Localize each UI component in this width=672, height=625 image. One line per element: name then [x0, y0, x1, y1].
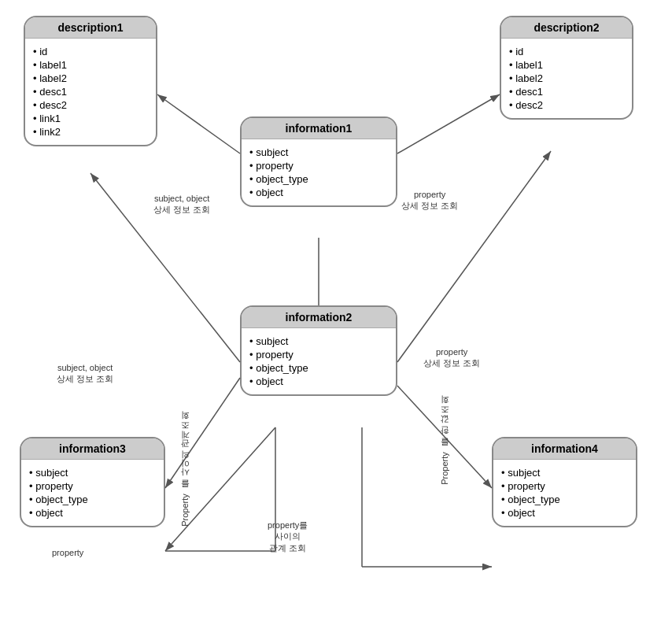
arrow-label-1: subject, object 상세 정보 조회: [153, 193, 210, 216]
list-item: id: [509, 45, 621, 58]
list-item: id: [33, 45, 145, 58]
svg-line-5: [397, 151, 551, 362]
box-information4-header: information4: [493, 438, 636, 460]
list-item: object: [249, 375, 385, 388]
list-item: subject: [249, 335, 385, 348]
list-item: desc2: [509, 98, 621, 112]
list-item: label2: [33, 72, 145, 85]
list-item: subject: [501, 466, 625, 479]
list-item: desc2: [33, 98, 145, 112]
list-item: object: [29, 506, 153, 520]
list-item: property: [249, 159, 385, 172]
box-information1-header: information1: [242, 118, 396, 139]
diagram-container: description1 id label1 label2 desc1 desc…: [0, 0, 672, 625]
list-item: object: [501, 506, 625, 520]
box-information1-body: subject property object_type object: [242, 139, 396, 205]
box-information4: information4 subject property object_typ…: [492, 437, 637, 527]
arrow-label-4: property 상세 정보 조회: [423, 346, 480, 369]
box-description2: description2 id label1 label2 desc1 desc…: [500, 16, 633, 120]
box-information2-header: information2: [242, 307, 396, 328]
list-item: object_type: [249, 361, 385, 375]
box-description1-body: id label1 label2 desc1 desc2 link1 link2: [25, 39, 156, 145]
list-item: property: [29, 479, 153, 493]
arrow-label-3: subject, object 상세 정보 조회: [57, 362, 113, 385]
list-item: object_type: [29, 493, 153, 506]
svg-line-7: [165, 378, 240, 488]
list-item: subject: [249, 146, 385, 159]
list-item: link1: [33, 112, 145, 125]
list-item: desc1: [509, 85, 621, 98]
box-description2-body: id label1 label2 desc1 desc2: [501, 39, 632, 118]
box-information2-body: subject property object_type object: [242, 328, 396, 394]
svg-line-2: [157, 94, 240, 153]
list-item: label2: [509, 72, 621, 85]
arrow-label-7: Property를 한 값 조회: [439, 401, 450, 485]
box-description2-header: description2: [501, 17, 632, 39]
list-item: label1: [509, 58, 621, 72]
box-information2: information2 subject property object_typ…: [240, 305, 397, 396]
list-item: subject: [29, 466, 153, 479]
list-item: property: [249, 348, 385, 361]
list-item: label1: [33, 58, 145, 72]
arrow-label-6: property를 사이의 관계 조회: [268, 520, 308, 553]
box-information1: information1 subject property object_typ…: [240, 116, 397, 207]
list-item: object_type: [249, 172, 385, 186]
list-item: object_type: [501, 493, 625, 506]
box-information3-header: information3: [21, 438, 164, 460]
list-item: link2: [33, 125, 145, 139]
box-description1: description1 id label1 label2 desc1 desc…: [24, 16, 157, 146]
arrow-label-2: property 상세 정보 조회: [401, 189, 458, 212]
list-item: desc1: [33, 85, 145, 98]
list-item: property: [501, 479, 625, 493]
box-information4-body: subject property object_type object: [493, 460, 636, 526]
svg-line-3: [397, 94, 500, 153]
box-description1-header: description1: [25, 17, 156, 39]
box-information3-body: subject property object_type object: [21, 460, 164, 526]
arrow-label-8: property: [52, 547, 83, 558]
arrow-label-5: Property를 사이의 관계 조회: [179, 417, 190, 527]
list-item: object: [249, 186, 385, 199]
box-information3: information3 subject property object_typ…: [20, 437, 165, 527]
